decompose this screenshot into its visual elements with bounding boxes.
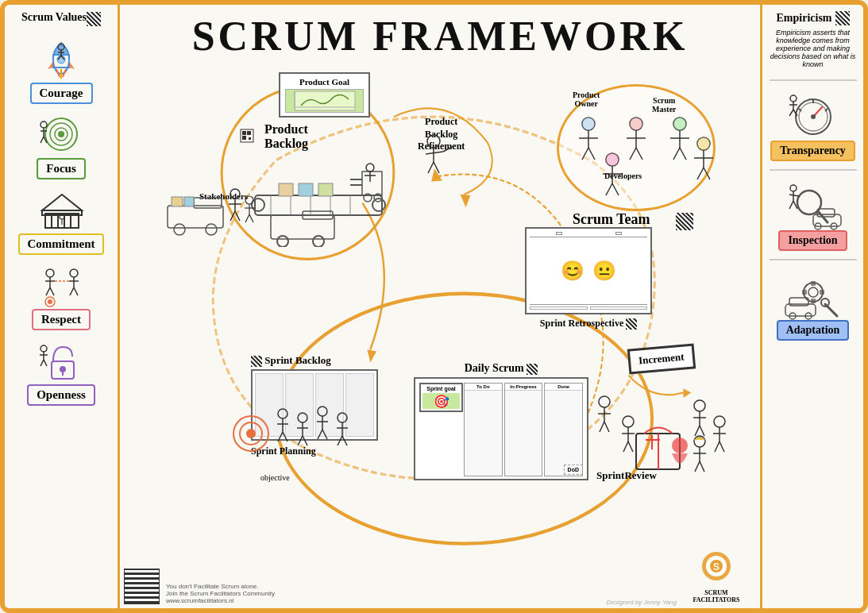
svg-point-110 <box>673 118 686 130</box>
scrum-team-qr <box>676 213 693 230</box>
sprint-retro-qr <box>626 318 637 330</box>
svg-marker-4 <box>69 61 75 69</box>
svg-rect-127 <box>255 195 382 215</box>
sprint-backlog-qr-small <box>251 356 262 367</box>
stakeholders-figures <box>164 178 259 245</box>
respect-item: Respect <box>14 261 109 330</box>
commitment-label: Commitment <box>18 233 105 255</box>
svg-line-120 <box>704 168 710 179</box>
svg-point-48 <box>41 345 47 352</box>
adaptation-icon <box>781 268 845 320</box>
svg-line-170 <box>249 214 253 222</box>
product-owner-label: Product Owner <box>573 91 600 108</box>
svg-line-206 <box>623 441 628 452</box>
svg-point-208 <box>694 400 705 411</box>
svg-line-182 <box>298 436 303 445</box>
increment-box: Increment <box>627 343 696 374</box>
daily-scrum-label: Daily Scrum <box>465 362 524 374</box>
svg-line-212 <box>700 426 704 436</box>
svg-line-211 <box>695 426 700 436</box>
svg-point-44 <box>48 299 52 304</box>
svg-point-17 <box>58 131 64 137</box>
svg-point-122 <box>606 153 619 166</box>
in-progress-col-header: In:Progress <box>505 384 542 391</box>
svg-point-71 <box>790 185 797 191</box>
svg-rect-78 <box>811 281 816 286</box>
respect-label: Respect <box>32 309 91 330</box>
footer-qr <box>124 569 160 604</box>
svg-point-116 <box>697 137 710 150</box>
svg-point-218 <box>672 438 688 453</box>
adaptation-label: Adaptation <box>777 320 850 341</box>
inspection-label: Inspection <box>778 230 847 251</box>
svg-line-187 <box>318 430 322 439</box>
svg-line-223 <box>700 461 704 472</box>
svg-rect-151 <box>242 131 246 135</box>
footer-left: You don't Facilitate Scrum alone. Join t… <box>124 569 275 604</box>
commitment-item: Commitment <box>14 186 109 255</box>
svg-rect-160 <box>184 197 194 206</box>
svg-point-102 <box>582 118 595 130</box>
svg-line-119 <box>697 168 704 179</box>
transparency-item: Transparency <box>766 89 861 161</box>
product-goal-box: Product Goal <box>279 72 370 118</box>
empiricism-section: Empiricism Empiricism asserts that knowl… <box>766 11 861 71</box>
main-frame: Scrum Values <box>0 0 868 613</box>
openness-icon <box>33 337 89 384</box>
courage-item: Courage <box>14 35 109 104</box>
svg-line-52 <box>44 360 47 366</box>
svg-line-114 <box>680 148 686 160</box>
sidebar-divider-2 <box>770 169 857 171</box>
svg-line-164 <box>230 211 235 221</box>
courage-label: Courage <box>30 83 93 104</box>
empiricism-title-text: Empiricism <box>777 12 832 25</box>
svg-rect-154 <box>249 137 251 140</box>
svg-point-174 <box>278 409 287 418</box>
sprint-backlog-label: Sprint Backlog <box>264 354 330 366</box>
svg-line-233 <box>443 146 453 152</box>
main-content: SCRUM FRAMEWORK <box>120 5 760 608</box>
svg-point-213 <box>714 416 725 427</box>
focus-icon <box>33 110 89 158</box>
svg-marker-92 <box>461 195 471 207</box>
sprint-planning-illustration <box>227 394 370 468</box>
svg-line-73 <box>789 195 799 196</box>
daily-scrum-qr <box>527 364 538 375</box>
svg-point-184 <box>318 407 327 416</box>
right-sidebar: Empiricism Empiricism asserts that knowl… <box>760 5 863 608</box>
svg-rect-153 <box>242 136 246 140</box>
svg-point-37 <box>70 269 78 277</box>
product-backlog-label: Product Backlog <box>264 122 308 151</box>
svg-point-60 <box>790 95 797 102</box>
svg-line-63 <box>789 110 793 116</box>
scrum-values-header: Scrum Values <box>21 11 101 27</box>
respect-icon <box>33 261 89 309</box>
svg-line-35 <box>46 287 50 295</box>
openness-label: Openness <box>27 384 95 406</box>
svg-line-21 <box>41 137 44 143</box>
inspection-icon <box>781 179 845 230</box>
adaptation-item: Adaptation <box>766 268 861 341</box>
courage-icon <box>33 35 89 83</box>
scrum-team-figures <box>565 108 723 206</box>
svg-line-113 <box>673 148 680 160</box>
openness-item: Openness <box>14 337 109 406</box>
svg-line-169 <box>245 214 249 222</box>
product-goal-label: Product Goal <box>299 77 349 87</box>
svg-point-18 <box>41 121 47 128</box>
svg-point-179 <box>298 413 307 422</box>
scrum-values-title: Scrum Values <box>21 11 87 24</box>
footer-text: You don't Facilitate Scrum alone. Join t… <box>166 583 275 604</box>
svg-line-108 <box>636 148 642 160</box>
scrum-facilitators-logo: S SCRUM FACILITATORS <box>681 550 752 604</box>
daily-scrum-section: Daily Scrum Sprint goal 🎯 To Do <box>414 362 588 480</box>
svg-point-166 <box>245 196 253 204</box>
svg-line-107 <box>630 148 636 160</box>
svg-point-158 <box>206 224 217 235</box>
svg-line-74 <box>789 201 793 209</box>
svg-point-198 <box>599 396 610 407</box>
scrum-values-qr <box>87 12 101 26</box>
svg-point-203 <box>623 416 634 427</box>
svg-line-126 <box>612 183 619 195</box>
svg-point-228 <box>427 135 440 148</box>
